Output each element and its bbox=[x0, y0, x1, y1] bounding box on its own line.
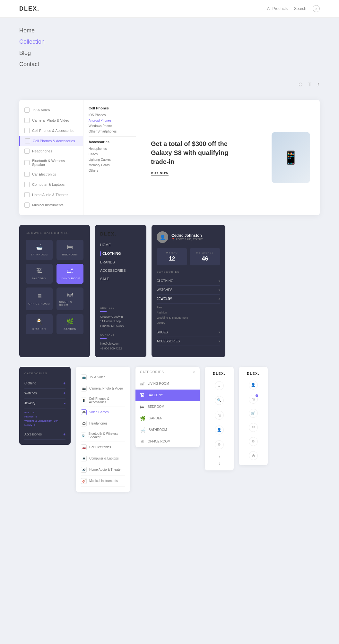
menu-item-clothing[interactable]: CLOTHING bbox=[100, 251, 141, 256]
mega-left-item-bluetooth[interactable]: Bluetooth & Wireless Speaker bbox=[19, 156, 83, 169]
mini-cart-2[interactable]: 🛒 bbox=[249, 409, 258, 418]
nav-blog[interactable]: Blog bbox=[19, 50, 320, 56]
modal-cat-bathroom[interactable]: 🛁 BATHROOM bbox=[135, 424, 200, 436]
android-phones[interactable]: Android Phones bbox=[89, 119, 136, 122]
sub-luxury[interactable]: Luxury bbox=[157, 320, 220, 325]
mini-bag-2[interactable]: 🛍 0 bbox=[249, 395, 258, 404]
ws-games[interactable]: 🎮 Video Games bbox=[81, 407, 125, 418]
lighting-cables[interactable]: Lighting Cables bbox=[89, 158, 136, 161]
cat-bedroom[interactable]: 🛏 BEDROOM bbox=[56, 240, 83, 260]
instagram-icon[interactable]: ⬡ bbox=[299, 82, 302, 87]
menu-item-sale[interactable]: SALE bbox=[100, 277, 141, 281]
modal-cat-bedroom[interactable]: 🛏 BEDROOM bbox=[135, 401, 200, 413]
memory-cards[interactable]: Memory Cards bbox=[89, 163, 136, 167]
audio-icon bbox=[24, 192, 30, 197]
scat-fashion[interactable]: Fashion 9 bbox=[24, 415, 65, 419]
scat-luxury[interactable]: Luxury 0 bbox=[24, 423, 65, 427]
cat-shoes[interactable]: SHOES ∨ bbox=[157, 328, 220, 337]
mega-left-item-headphones[interactable]: Headphones bbox=[19, 146, 83, 156]
headphones-acc[interactable]: Headphones bbox=[89, 147, 136, 150]
ws-music[interactable]: 🎸 Musical Instruments bbox=[81, 476, 125, 487]
scat-wedding[interactable]: Wedding & Engagement 344 bbox=[24, 419, 65, 423]
others-acc[interactable]: Others bbox=[89, 169, 136, 172]
scat-clothing[interactable]: Clothing + bbox=[24, 379, 65, 389]
mega-left-item-cell[interactable]: Cell Phones & Accessories bbox=[19, 125, 83, 136]
modal-close-button[interactable]: × bbox=[193, 370, 195, 374]
cat-balcony[interactable]: 🏗 BALCONY bbox=[26, 264, 53, 284]
ws-headphones[interactable]: 🎧 Headphones bbox=[81, 418, 125, 429]
browse-categories-card: BROWSE CATEGORIES 🛁 BATHROOM 🛏 BEDROOM 🏗… bbox=[19, 225, 90, 357]
ws-computer[interactable]: 💻 Computer & Laptops bbox=[81, 453, 125, 464]
scat-fine[interactable]: Fine 121 bbox=[24, 410, 65, 415]
cat-watches[interactable]: WATCHES ∨ bbox=[157, 286, 220, 295]
ios-phones[interactable]: iOS Phones bbox=[89, 113, 136, 117]
living-room-icon: 🛋 bbox=[67, 268, 73, 274]
mega-left-item-computer[interactable]: Computer & Laptops bbox=[19, 179, 83, 190]
all-products-link[interactable]: All Products bbox=[267, 6, 288, 11]
ws-bluetooth[interactable]: 📡 Bluetooth & Wireless Speaker bbox=[81, 429, 125, 442]
mini-gear-2[interactable]: ⚙ bbox=[249, 437, 258, 446]
cat-bathroom[interactable]: 🛁 BATHROOM bbox=[26, 240, 53, 260]
nav-collection[interactable]: Collection bbox=[19, 39, 320, 45]
nav-contact[interactable]: Contact bbox=[19, 61, 320, 68]
windows-phone[interactable]: Windows Phone bbox=[89, 124, 136, 128]
contact-underline bbox=[100, 338, 107, 339]
sub-wedding[interactable]: Wedding & Engagement bbox=[157, 315, 220, 320]
close-button[interactable]: × bbox=[313, 5, 320, 12]
search-link[interactable]: Search bbox=[294, 6, 306, 11]
minus-jewelry: - bbox=[64, 401, 65, 406]
buy-now-button[interactable]: BUY NOW bbox=[151, 171, 169, 176]
mini-mail-2[interactable]: ✉ bbox=[249, 423, 258, 432]
cat-accessories[interactable]: ACCESSORIES ∨ bbox=[157, 337, 220, 346]
other-smartphones[interactable]: Other Smartphones bbox=[89, 130, 136, 133]
mega-left-item-cell-active[interactable]: Cell Phones & Accessories bbox=[19, 136, 83, 146]
mini-search-icon[interactable]: 🔍 bbox=[215, 396, 224, 405]
cat-clothing[interactable]: CLOTHING ∨ bbox=[157, 277, 220, 286]
mini-user-icon[interactable]: 👤 bbox=[215, 425, 224, 434]
mini-menu-icon[interactable]: ≡ bbox=[215, 381, 224, 390]
facebook-icon[interactable]: ƒ bbox=[317, 82, 320, 87]
nav-home[interactable]: Home bbox=[19, 27, 320, 34]
menu-item-home[interactable]: HOME bbox=[100, 243, 141, 247]
scat-jewelry[interactable]: Jewelry - bbox=[24, 399, 65, 408]
mini-user-2[interactable]: 👤 bbox=[249, 381, 258, 390]
scat-accessories[interactable]: Accessories + bbox=[24, 430, 65, 440]
ws-tv[interactable]: 📺 TV & Video bbox=[81, 372, 125, 383]
ws-camera[interactable]: 📷 Camera, Photo & Video bbox=[81, 383, 125, 394]
modal-cat-office[interactable]: 🖥 OFFICE ROOM bbox=[135, 436, 200, 447]
logo: DLEX. bbox=[19, 5, 39, 12]
mini-twitter-icon[interactable]: t bbox=[219, 461, 220, 465]
menu-item-accessories[interactable]: ACCESSORIES bbox=[100, 269, 141, 272]
office-icon: 🖥 bbox=[36, 293, 42, 300]
ws-car[interactable]: 🚗 Car Electronics bbox=[81, 442, 125, 453]
menu-item-brands[interactable]: BRANDS bbox=[100, 260, 141, 264]
cat-living-room[interactable]: 🛋 LIVING ROOM bbox=[56, 264, 83, 284]
modal-cat-garden[interactable]: 🌿 GARDEN bbox=[135, 413, 200, 424]
mega-left-item-music[interactable]: Musical Instruments bbox=[19, 200, 83, 210]
scat-watches[interactable]: Watches + bbox=[24, 389, 65, 399]
cat-garden[interactable]: 🌿 GARDEN bbox=[56, 314, 83, 334]
cat-dining[interactable]: 🍽 DINNING ROOM bbox=[56, 288, 83, 310]
sub-fashion[interactable]: Fashion bbox=[157, 310, 220, 315]
mini-bag-icon[interactable]: 🛍 bbox=[215, 411, 224, 420]
mega-left-item-car[interactable]: Car Electronics bbox=[19, 169, 83, 179]
cat-jewelry[interactable]: JEWELRY ∧ bbox=[157, 295, 220, 304]
sub-fine[interactable]: Fine bbox=[157, 305, 220, 310]
living-room-label: LIVING ROOM bbox=[60, 277, 80, 280]
mini-facebook-icon[interactable]: f bbox=[219, 455, 220, 459]
mini-power-2[interactable]: ⏻ bbox=[249, 451, 258, 460]
mega-left-item-tv[interactable]: TV & Video bbox=[19, 105, 83, 115]
cases-acc[interactable]: Cases bbox=[89, 152, 136, 156]
twitter-icon[interactable]: 𝕋 bbox=[308, 82, 311, 87]
mini-gear-icon[interactable]: ⚙ bbox=[215, 440, 224, 449]
cat-kitchen[interactable]: 🍳 KITCHEN bbox=[26, 314, 53, 334]
cat-office[interactable]: 🖥 OFFICE ROOM bbox=[26, 288, 53, 310]
mega-left-item-audio[interactable]: Home Audio & Theater bbox=[19, 190, 83, 200]
ws-cell[interactable]: 📱 Cell Phones & Accessories bbox=[81, 394, 125, 407]
close-icon: × bbox=[315, 7, 317, 11]
modal-cat-balcony[interactable]: 🏗 BALCONY bbox=[135, 390, 200, 401]
mega-left-item-camera[interactable]: Camera, Photo & Video bbox=[19, 115, 83, 125]
ws-audio[interactable]: 🔊 Home Audio & Theater bbox=[81, 464, 125, 476]
plus-clothing: + bbox=[63, 381, 65, 386]
modal-cat-living[interactable]: 🛋 LIVING ROOM bbox=[135, 378, 200, 390]
